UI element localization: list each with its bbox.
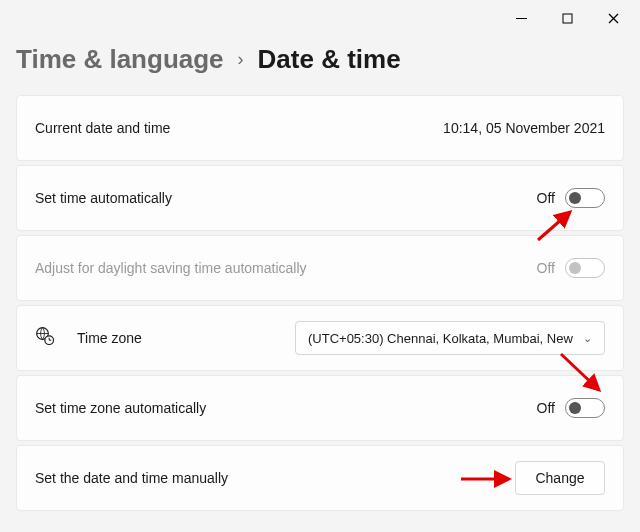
row-label: Set the date and time manually — [35, 470, 228, 486]
chevron-down-icon: ⌄ — [583, 332, 592, 345]
row-label: Adjust for daylight saving time automati… — [35, 260, 307, 276]
row-label: Current date and time — [35, 120, 170, 136]
breadcrumb-parent[interactable]: Time & language — [16, 44, 224, 75]
row-label: Set time zone automatically — [35, 400, 206, 416]
row-label: Set time automatically — [35, 190, 172, 206]
page-title: Date & time — [258, 44, 401, 75]
maximize-button[interactable] — [544, 3, 590, 33]
annotation-arrow-icon — [459, 468, 519, 490]
set-time-automatically-toggle[interactable] — [565, 188, 605, 208]
button-label: Change — [535, 470, 584, 486]
minimize-button[interactable] — [498, 3, 544, 33]
daylight-saving-toggle — [565, 258, 605, 278]
dropdown-selected-value: (UTC+05:30) Chennai, Kolkata, Mumbai, Ne… — [308, 331, 575, 346]
set-time-zone-automatically-toggle[interactable] — [565, 398, 605, 418]
breadcrumb: Time & language › Date & time — [0, 36, 640, 95]
settings-list: Current date and time 10:14, 05 November… — [0, 95, 640, 511]
toggle-state-text: Off — [537, 400, 555, 416]
toggle-state-text: Off — [537, 260, 555, 276]
close-button[interactable] — [590, 3, 636, 33]
change-button[interactable]: Change — [515, 461, 605, 495]
row-label: Time zone — [77, 330, 142, 346]
row-time-zone: Time zone (UTC+05:30) Chennai, Kolkata, … — [16, 305, 624, 371]
svg-rect-1 — [563, 14, 572, 23]
row-set-time-zone-automatically: Set time zone automatically Off — [16, 375, 624, 441]
row-set-date-time-manually: Set the date and time manually Change — [16, 445, 624, 511]
time-zone-dropdown[interactable]: (UTC+05:30) Chennai, Kolkata, Mumbai, Ne… — [295, 321, 605, 355]
current-datetime-value: 10:14, 05 November 2021 — [443, 120, 605, 136]
row-current-datetime: Current date and time 10:14, 05 November… — [16, 95, 624, 161]
chevron-right-icon: › — [238, 49, 244, 70]
globe-clock-icon — [35, 326, 55, 350]
row-daylight-saving: Adjust for daylight saving time automati… — [16, 235, 624, 301]
title-bar-controls — [0, 0, 640, 36]
toggle-state-text: Off — [537, 190, 555, 206]
row-set-time-automatically: Set time automatically Off — [16, 165, 624, 231]
